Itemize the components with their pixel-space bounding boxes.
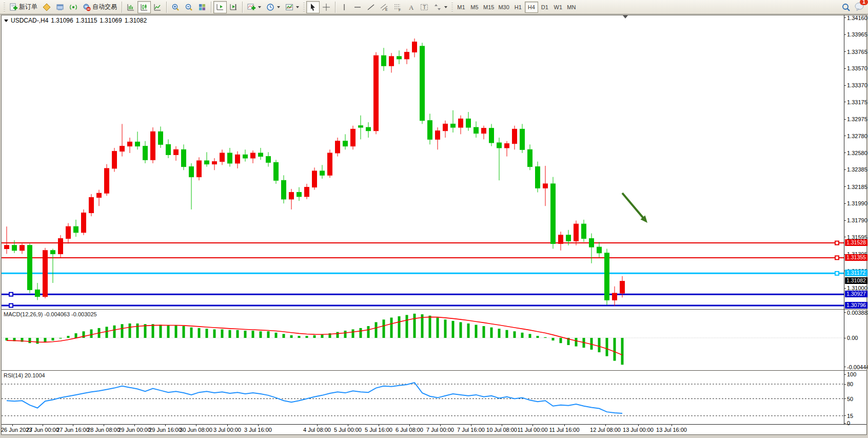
chart-shift-marker[interactable]	[623, 15, 628, 18]
macd-histogram-bar	[306, 336, 308, 338]
line-handle[interactable]	[9, 303, 13, 307]
search-icon[interactable]	[841, 3, 851, 12]
candle	[512, 129, 517, 143]
timeframe-button-mn[interactable]: MN	[565, 2, 578, 13]
text-tool-button[interactable]: A	[404, 1, 418, 13]
notifications-button[interactable]: 1	[855, 2, 865, 13]
price-axis-tick-label: 1.32780	[847, 133, 868, 139]
price-axis-tick	[844, 237, 846, 237]
price-axis-tick	[844, 85, 846, 86]
new-order-button[interactable]: 新订单	[7, 1, 40, 13]
macd-histogram-bar	[344, 331, 347, 338]
timeframe-button-m5[interactable]: M5	[468, 2, 481, 13]
rsi-pane[interactable]	[2, 371, 844, 424]
macd-histogram-bar	[229, 330, 231, 338]
notification-badge: 1	[860, 0, 868, 5]
price-axis-tick	[844, 153, 846, 153]
horizontal-line-tool-button[interactable]	[351, 1, 364, 13]
price-axis-tick	[844, 203, 846, 204]
svg-text:A: A	[409, 4, 414, 11]
macd-histogram-bar	[321, 335, 324, 338]
time-axis-tick	[672, 424, 672, 426]
candle	[520, 129, 525, 149]
timeframe-button-w1[interactable]: W1	[551, 2, 565, 13]
tile-windows-button[interactable]	[195, 1, 209, 13]
line-handle[interactable]	[835, 272, 839, 275]
fibonacci-tool-button[interactable]: F	[391, 1, 404, 13]
trendline-icon	[367, 3, 375, 11]
candle	[397, 56, 402, 59]
macd-histogram-bar	[36, 338, 39, 344]
price-level-chip: 1.31528	[845, 239, 867, 246]
price-axis-tick	[844, 186, 846, 187]
arrows-tool-button[interactable]	[431, 1, 450, 13]
profile-icon	[43, 3, 51, 11]
periods-button[interactable]	[264, 1, 283, 13]
price-axis-tick	[844, 136, 846, 136]
price-axis-tick-label: 1.32185	[847, 184, 868, 190]
candle	[351, 129, 356, 146]
toolbar-separator	[242, 2, 243, 13]
data-window-button[interactable]	[53, 1, 67, 13]
time-axis-tick	[532, 424, 533, 426]
candle	[405, 52, 409, 59]
indicators-button[interactable]	[245, 1, 264, 13]
timeframe-button-h4[interactable]: H4	[525, 2, 538, 13]
timeframe-button-d1[interactable]: D1	[538, 2, 551, 13]
templates-button[interactable]	[283, 1, 302, 13]
candle	[389, 56, 394, 66]
candle	[489, 128, 494, 143]
autotrading-button[interactable]: 自动交易	[80, 1, 120, 13]
timeframe-button-m1[interactable]: M1	[455, 2, 468, 13]
time-axis-tick	[134, 424, 135, 426]
bar-chart-button[interactable]	[124, 1, 137, 13]
rsi-axis-tick	[844, 423, 846, 424]
candle	[274, 162, 279, 180]
sound-alert-button[interactable]	[67, 1, 80, 13]
chart-shift-button[interactable]	[227, 1, 240, 13]
macd-histogram-bar	[490, 328, 493, 338]
macd-label: MACD(12,26,9) -0.004063 -0.003025	[4, 311, 97, 317]
candle	[536, 167, 540, 188]
symbol-dropdown-icon[interactable]	[4, 20, 8, 22]
quote-low: 1.31069	[100, 17, 122, 24]
chevron-down-icon	[296, 6, 299, 8]
candle	[97, 193, 102, 197]
cursor-tool-button[interactable]	[306, 1, 320, 13]
price-axis-tick	[844, 17, 846, 18]
quote-close: 1.31082	[125, 17, 147, 24]
crosshair-tool-button[interactable]	[320, 1, 333, 13]
time-axis-tick	[43, 424, 43, 426]
candlestick-chart-button[interactable]	[137, 1, 151, 13]
candle	[412, 42, 417, 52]
macd-pane[interactable]	[2, 310, 844, 370]
vertical-line-tool-button[interactable]	[338, 1, 351, 13]
line-chart-button[interactable]	[151, 1, 164, 13]
macd-histogram-bar	[437, 318, 439, 338]
line-handle[interactable]	[835, 241, 839, 245]
chart-title: USDCAD-,H4 1.31096 1.31115 1.31069 1.310…	[4, 17, 147, 24]
trendline-tool-button[interactable]	[364, 1, 378, 13]
profiles-button[interactable]	[40, 1, 53, 13]
timeframe-button-m15[interactable]: M15	[481, 2, 496, 13]
macd-histogram-bar	[260, 331, 262, 338]
main-price-pane[interactable]	[2, 15, 844, 309]
annotation-arrow-shaft[interactable]	[622, 193, 645, 220]
line-handle[interactable]	[835, 256, 839, 259]
timeframe-button-m30[interactable]: M30	[496, 2, 511, 13]
timeframe-button-h1[interactable]: H1	[511, 2, 525, 13]
pane-separator[interactable]	[2, 370, 866, 371]
line-handle[interactable]	[9, 293, 13, 296]
text-label-tool-button[interactable]: T	[418, 1, 431, 13]
candle	[312, 171, 317, 187]
channel-tool-button[interactable]: E	[378, 1, 391, 13]
time-axis-tick	[317, 424, 318, 426]
toolbar-grip	[451, 2, 453, 12]
zoom-out-button[interactable]	[182, 1, 195, 13]
price-axis-tick	[844, 34, 846, 35]
pane-separator[interactable]	[2, 309, 866, 310]
zoom-in-button[interactable]	[169, 1, 182, 13]
macd-histogram-bar	[498, 329, 501, 338]
auto-scroll-button[interactable]	[213, 1, 227, 13]
candle	[366, 127, 371, 131]
